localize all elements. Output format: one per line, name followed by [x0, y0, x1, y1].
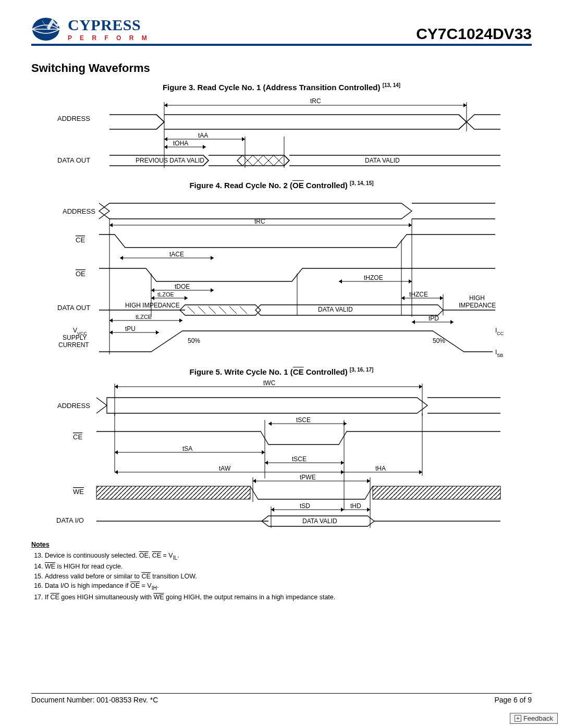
notes-section: Notes Device is continuously selected. O…	[31, 540, 532, 602]
svg-text:tACE: tACE	[169, 251, 184, 258]
section-title: Switching Waveforms	[31, 61, 532, 75]
svg-line-58	[229, 306, 237, 314]
svg-text:HIGH: HIGH	[469, 294, 485, 302]
svg-rect-99	[373, 486, 500, 499]
page-footer: Document Number: 001-08353 Rev. *C Page …	[31, 693, 532, 704]
svg-text:tHZCE: tHZCE	[409, 291, 428, 298]
document-number: Document Number: 001-08353 Rev. *C	[31, 696, 158, 704]
feedback-button[interactable]: + Feedback	[510, 713, 558, 724]
svg-text:tHA: tHA	[375, 465, 386, 472]
svg-text:tAW: tAW	[219, 465, 231, 472]
figure-5-caption: Figure 5. Write Cycle No. 1 (CE Controll…	[31, 367, 532, 376]
svg-text:tWC: tWC	[263, 379, 276, 387]
svg-text:DATA  OUT: DATA OUT	[57, 304, 90, 312]
svg-line-54	[188, 306, 195, 314]
feedback-label: Feedback	[523, 714, 553, 722]
svg-line-55	[198, 306, 205, 314]
svg-text:CURRENT: CURRENT	[58, 341, 89, 349]
svg-text:tHD: tHD	[350, 502, 361, 510]
svg-text:tLZOE: tLZOE	[157, 291, 174, 298]
svg-text:tPD: tPD	[429, 315, 439, 322]
note-15: Address valid before or similar to CE tr…	[45, 572, 532, 582]
svg-line-57	[219, 306, 226, 314]
svg-text:DATA VALID: DATA VALID	[318, 306, 353, 313]
svg-text:WE: WE	[73, 488, 84, 496]
svg-text:ADDRESS: ADDRESS	[57, 115, 90, 122]
svg-text:OE: OE	[76, 270, 85, 278]
note-14: WE is HIGH for read cycle.	[45, 562, 532, 572]
svg-text:IMPEDANCE: IMPEDANCE	[459, 302, 496, 309]
svg-line-59	[240, 306, 247, 314]
svg-text:tSD: tSD	[300, 502, 310, 510]
svg-text:tSCE: tSCE	[296, 416, 311, 424]
svg-text:ADDRESS: ADDRESS	[63, 207, 95, 215]
svg-text:DATA OUT: DATA OUT	[57, 156, 90, 164]
plus-icon: +	[515, 715, 521, 722]
svg-text:tHZOE: tHZOE	[364, 274, 383, 281]
cypress-globe-icon	[31, 16, 65, 43]
svg-text:DATA VALID: DATA VALID	[302, 517, 337, 525]
part-number: CY7C1024DV33	[416, 25, 532, 43]
notes-heading: Notes	[31, 541, 50, 548]
page-header: CYPRESS P E R F O R M CY7C1024DV33	[31, 16, 532, 46]
svg-text:ICC: ICC	[495, 327, 504, 336]
svg-text:CE: CE	[76, 236, 85, 244]
note-17: If CE goes HIGH simultaneously with WE g…	[45, 593, 532, 602]
figure-3-caption: Figure 3. Read Cycle No. 1 (Address Tran…	[31, 82, 532, 92]
svg-text:tRC: tRC	[310, 97, 321, 105]
svg-text:50%: 50%	[188, 337, 200, 344]
page-number: Page 6 of 9	[494, 696, 532, 704]
svg-text:CE: CE	[73, 433, 82, 441]
svg-text:DATA I/O: DATA I/O	[56, 516, 84, 524]
svg-text:tDOE: tDOE	[175, 283, 190, 290]
svg-text:tLZCE: tLZCE	[136, 314, 152, 320]
note-16: Data I/O is high impedance if OE = VIH.	[45, 581, 532, 592]
svg-text:ISB: ISB	[495, 349, 503, 358]
svg-text:tOHA: tOHA	[173, 140, 188, 147]
svg-text:tSA: tSA	[182, 445, 192, 452]
note-13: Device is continuously selected. OE, CE …	[45, 551, 532, 562]
svg-text:tRC: tRC	[254, 218, 265, 225]
svg-text:DATA VALID: DATA VALID	[365, 157, 400, 164]
svg-text:PREVIOUS DATA VALID: PREVIOUS DATA VALID	[136, 157, 204, 164]
svg-text:tPU: tPU	[125, 325, 136, 332]
figure-3-diagram: ADDRESS DATA OUT tRC t	[31, 95, 532, 173]
brand-logo: CYPRESS P E R F O R M	[31, 16, 150, 43]
brand-tagline: P E R F O R M	[68, 35, 150, 41]
svg-rect-98	[96, 486, 250, 499]
svg-line-56	[209, 306, 216, 314]
figure-4-diagram: ADDRESS CE OE DATA OUT VVCC SUPPLY CURRE…	[31, 193, 532, 360]
svg-text:tPWE: tPWE	[300, 474, 316, 481]
svg-text:tAA: tAA	[198, 132, 208, 139]
figure-4-caption: Figure 4. Read Cycle No. 2 (OE Controlle…	[31, 180, 532, 190]
svg-text:50%: 50%	[433, 337, 445, 344]
brand-name: CYPRESS	[68, 17, 150, 33]
svg-text:SUPPLY: SUPPLY	[63, 334, 87, 341]
svg-text:ADDRESS: ADDRESS	[57, 402, 90, 410]
figure-5-diagram: ADDRESS CE WE DATA I/O tWC	[31, 379, 532, 530]
svg-text:HIGH IMPEDANCE: HIGH IMPEDANCE	[125, 302, 180, 309]
svg-text:tSCE: tSCE	[292, 455, 307, 463]
